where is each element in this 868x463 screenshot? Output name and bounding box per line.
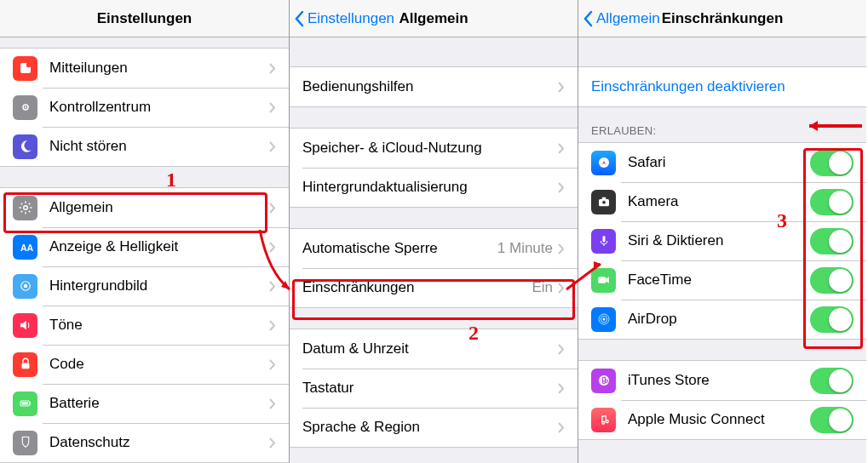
chevron-right-icon xyxy=(558,243,565,254)
svg-rect-16 xyxy=(602,236,605,243)
svg-text:AA: AA xyxy=(20,243,33,253)
navbar-allgemein: Einstellungen Allgemein xyxy=(290,0,578,37)
svg-rect-10 xyxy=(29,403,31,405)
nav-title: Allgemein xyxy=(399,10,468,27)
svg-point-7 xyxy=(23,284,27,289)
nav-title: Einschränkungen xyxy=(662,10,784,27)
row-airdrop: AirDrop xyxy=(578,300,866,339)
row-code[interactable]: Code xyxy=(0,345,289,384)
svg-rect-17 xyxy=(598,277,606,283)
allow-header: ERLAUBEN: xyxy=(578,107,866,142)
battery-icon xyxy=(13,392,37,416)
allgemein-pane: Einstellungen Allgemein Bedienungshilfen… xyxy=(289,0,578,463)
row-label: Sprache & Region xyxy=(302,419,558,436)
row-mitteilungen[interactable]: Mitteilungen xyxy=(0,49,289,88)
chevron-right-icon xyxy=(558,422,565,433)
back-label: Allgemein xyxy=(596,10,660,27)
row-label: Bedienungshilfen xyxy=(302,78,558,95)
row-label: AirDrop xyxy=(628,311,810,328)
row-label: Kontrollzentrum xyxy=(49,99,269,116)
row-label: Kamera xyxy=(628,193,810,210)
back-button[interactable]: Allgemein xyxy=(583,10,660,27)
safari-icon xyxy=(591,151,616,175)
passcode-icon xyxy=(13,352,37,377)
row-anzeige-helligkeit[interactable]: AA Anzeige & Helligkeit xyxy=(0,227,289,266)
settings-pane: Einstellungen Mitteilungen Kontrollzentr… xyxy=(0,0,289,463)
row-auto-sperre[interactable]: Automatische Sperre 1 Minute xyxy=(290,229,578,268)
row-speicher-icloud[interactable]: Speicher- & iCloud-Nutzung xyxy=(290,129,578,168)
row-label: Hintergrundaktualisierung xyxy=(302,179,558,196)
row-toene[interactable]: Töne xyxy=(0,306,289,345)
row-siri-diktieren: Siri & Diktieren xyxy=(578,221,866,260)
camera-icon xyxy=(591,190,616,214)
control-center-icon xyxy=(13,95,37,120)
row-bedienungshilfen[interactable]: Bedienungshilfen xyxy=(290,67,578,106)
notifications-icon xyxy=(13,56,37,81)
chevron-right-icon xyxy=(269,437,276,449)
deactivate-restrictions-link[interactable]: Einschränkungen deaktivieren xyxy=(578,67,866,106)
row-label: Apple Music Connect xyxy=(628,411,810,428)
row-kamera: Kamera xyxy=(578,182,866,221)
row-label: Datenschutz xyxy=(49,434,269,451)
toggle-siri[interactable] xyxy=(810,228,854,254)
row-einschraenkungen[interactable]: Einschränkungen Ein xyxy=(290,268,578,307)
sounds-icon xyxy=(13,313,37,338)
row-label: Anzeige & Helligkeit xyxy=(49,238,269,255)
chevron-right-icon xyxy=(558,182,565,193)
chevron-right-icon xyxy=(269,281,276,292)
row-label: Safari xyxy=(628,154,810,171)
toggle-facetime[interactable] xyxy=(810,267,854,294)
nav-title: Einstellungen xyxy=(97,10,192,27)
chevron-right-icon xyxy=(558,143,565,154)
row-kontrollzentrum[interactable]: Kontrollzentrum xyxy=(0,88,289,127)
row-itunes-store: iTunes Store xyxy=(578,361,866,400)
row-safari: Safari xyxy=(578,143,866,182)
facetime-icon xyxy=(591,268,616,293)
toggle-airdrop[interactable] xyxy=(810,306,854,333)
row-tastatur[interactable]: Tastatur xyxy=(290,369,578,408)
siri-icon xyxy=(591,229,616,254)
toggle-safari[interactable] xyxy=(810,150,854,176)
row-label: Hintergrundbild xyxy=(49,277,269,294)
row-hintergrundbild[interactable]: Hintergrundbild xyxy=(0,266,289,306)
chevron-right-icon xyxy=(558,82,565,93)
toggle-kamera[interactable] xyxy=(810,189,854,215)
navbar-settings: Einstellungen xyxy=(0,0,289,37)
music-icon xyxy=(591,408,616,432)
svg-point-3 xyxy=(24,106,26,108)
gear-icon xyxy=(13,196,37,220)
row-datum-uhrzeit[interactable]: Datum & Uhrzeit xyxy=(290,329,578,369)
row-label: Datum & Uhrzeit xyxy=(302,340,558,357)
itunes-store-icon xyxy=(591,369,616,393)
einschraenkungen-pane: Allgemein Einschränkungen Einschränkunge… xyxy=(578,0,866,463)
wallpaper-icon xyxy=(13,274,37,299)
row-datenschutz[interactable]: Datenschutz xyxy=(0,423,289,462)
row-facetime: FaceTime xyxy=(578,260,866,300)
svg-point-14 xyxy=(601,201,606,205)
navbar-einschraenkungen: Allgemein Einschränkungen xyxy=(578,0,866,37)
row-hintergrundaktualisierung[interactable]: Hintergrundaktualisierung xyxy=(290,168,578,207)
svg-point-4 xyxy=(23,206,27,210)
row-sprache-region[interactable]: Sprache & Region xyxy=(290,408,578,447)
row-value: Ein xyxy=(532,279,553,296)
row-value: 1 Minute xyxy=(497,240,553,257)
row-allgemein[interactable]: Allgemein xyxy=(0,188,289,227)
chevron-right-icon xyxy=(269,359,276,370)
toggle-itunes-store[interactable] xyxy=(810,368,854,394)
row-label: Speicher- & iCloud-Nutzung xyxy=(302,140,558,157)
row-label: Tastatur xyxy=(302,380,558,397)
row-label: Töne xyxy=(49,317,269,334)
row-label: Batterie xyxy=(49,395,269,412)
chevron-right-icon xyxy=(269,242,276,253)
display-icon: AA xyxy=(13,235,37,260)
chevron-right-icon xyxy=(558,344,565,355)
row-batterie[interactable]: Batterie xyxy=(0,384,289,423)
chevron-right-icon xyxy=(269,203,276,214)
toggle-apple-music[interactable] xyxy=(810,407,854,433)
row-label: Allgemein xyxy=(49,199,269,216)
svg-point-18 xyxy=(602,318,605,321)
chevron-right-icon xyxy=(269,320,276,331)
back-button[interactable]: Einstellungen xyxy=(294,10,394,27)
row-nicht-stoeren[interactable]: Nicht stören xyxy=(0,127,289,166)
back-label: Einstellungen xyxy=(308,10,394,27)
